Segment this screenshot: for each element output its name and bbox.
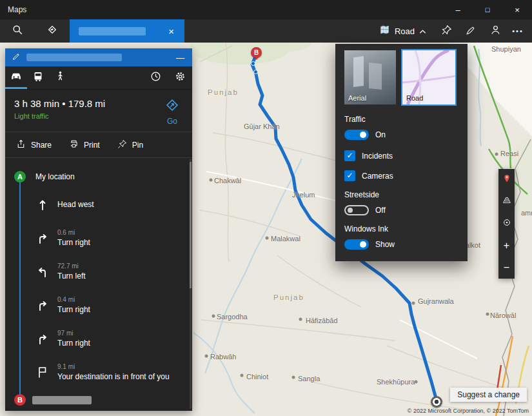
window-title: Maps (0, 5, 443, 14)
close-button[interactable]: × (502, 0, 532, 19)
print-icon (68, 139, 79, 152)
start-badge: A (14, 171, 26, 183)
ellipsis-icon: ••• (512, 27, 527, 35)
route-duration-distance: 3 h 38 min • 179.8 mi (14, 98, 183, 109)
route-options-button[interactable] (168, 66, 192, 89)
map-style-selector[interactable]: Road (371, 19, 434, 43)
tilt-view-button[interactable] (498, 191, 515, 213)
destination-flag-icon (35, 364, 50, 380)
road-label: Road (406, 94, 423, 102)
tab-driving[interactable] (5, 66, 27, 89)
print-label: Print (84, 141, 100, 150)
windows-ink-button[interactable] (458, 19, 483, 43)
streetside-state: Off (375, 206, 386, 215)
incidents-checkbox-checked[interactable] (344, 150, 355, 161)
tab-walking[interactable] (49, 66, 71, 89)
step-instruction: Turn left (57, 272, 86, 281)
zoom-in-button[interactable]: + (498, 235, 515, 257)
map-label-region: Punjab (273, 293, 304, 301)
tab-transit[interactable] (27, 66, 49, 89)
maps-app-window: Maps – □ × × Road (0, 0, 532, 416)
suggest-change-button[interactable]: Suggest a change (450, 388, 527, 402)
favorites-button[interactable] (434, 19, 458, 43)
map-style-icon (379, 25, 390, 37)
pin-icon (117, 139, 128, 152)
step-distance: 0.4 mi (57, 296, 90, 303)
panel-scrollbar-thumb[interactable] (190, 162, 192, 288)
map-copyright: © 2022 Microsoft Corporation, © 2022 Tom… (408, 408, 529, 414)
active-route-tab[interactable]: × (70, 19, 184, 43)
step-end[interactable]: B (5, 389, 192, 411)
turn-right-icon (35, 297, 50, 313)
step-instruction: Turn right (57, 238, 90, 247)
locate-me-button[interactable] (498, 213, 515, 235)
map-label: Gūjar Khān (244, 123, 280, 130)
step-turn-right-3[interactable]: 97 mi Turn right (5, 322, 192, 355)
step-instruction: Turn right (57, 339, 90, 348)
map-label: amm (521, 209, 532, 217)
map-controls: + − (498, 169, 515, 279)
print-button[interactable]: Print (68, 139, 100, 152)
step-distance: 9.1 mi (57, 363, 170, 370)
go-label: Go (167, 117, 177, 126)
minimize-button[interactable]: – (443, 0, 473, 19)
step-head-west[interactable]: Head west (5, 188, 192, 221)
directions-panel-header[interactable]: — (5, 48, 192, 66)
step-turn-left[interactable]: 72.7 mi Turn left (5, 255, 192, 288)
start-label: My location (35, 172, 75, 181)
map-label: Gujranwala (418, 297, 454, 305)
search-button[interactable] (0, 19, 35, 43)
route-summary: 3 h 38 min • 179.8 mi Light traffic Go (5, 90, 192, 132)
windows-ink-toggle[interactable] (344, 239, 369, 250)
pencil-icon (12, 52, 21, 64)
route-tab-title-redacted (79, 27, 146, 35)
step-start[interactable]: A My location (5, 166, 192, 188)
directions-panel: — (5, 48, 192, 411)
aerial-style-option[interactable]: Aerial (344, 50, 396, 104)
step-turn-right-2[interactable]: 0.4 mi Turn right (5, 288, 192, 322)
zoom-out-button[interactable]: − (498, 257, 515, 279)
turn-right-icon (35, 230, 50, 246)
step-distance: 72.7 mi (57, 262, 86, 270)
road-style-option-selected[interactable]: Road (401, 49, 457, 106)
step-instruction: Your destination is in front of you (57, 372, 170, 381)
step-destination[interactable]: 9.1 mi Your destination is in front of y… (5, 355, 192, 389)
share-button[interactable]: Share (15, 139, 52, 152)
streetside-toggle[interactable] (344, 205, 369, 215)
map-label-region: Punjab (208, 88, 239, 96)
current-location-marker[interactable] (431, 396, 442, 408)
go-button[interactable]: Go (164, 97, 181, 126)
recent-routes-button[interactable] (143, 66, 168, 89)
aerial-building-shape (369, 63, 382, 90)
panel-minimize-button[interactable]: — (176, 54, 184, 62)
route-waypoint-dot (253, 70, 258, 74)
directions-button[interactable] (35, 19, 70, 43)
step-turn-right-1[interactable]: 0.6 mi Turn right (5, 221, 192, 255)
walk-icon (54, 70, 66, 85)
end-badge: B (14, 394, 26, 406)
locate-icon (502, 217, 512, 230)
map-style-label: Road (395, 26, 415, 36)
account-button[interactable] (483, 19, 507, 43)
maximize-button[interactable]: □ (473, 0, 502, 19)
map-label: Hāfizābād (306, 317, 338, 324)
route-waypoint-dot (251, 61, 255, 66)
traffic-section-label: Traffic (344, 115, 458, 124)
drop-pin-button[interactable] (498, 169, 515, 191)
destination-name-redacted (32, 396, 92, 404)
search-icon (11, 23, 24, 39)
traffic-toggle[interactable] (344, 130, 369, 140)
map-label: Chiniot (246, 373, 268, 381)
step-distance: 97 mi (57, 330, 90, 337)
destination-marker-b[interactable]: B (251, 47, 262, 58)
cameras-label: Cameras (362, 172, 393, 181)
person-icon (489, 24, 502, 39)
cameras-checkbox-checked[interactable] (344, 170, 355, 181)
close-tab-icon[interactable]: × (164, 25, 178, 37)
map-label: Shupiyan (491, 45, 521, 53)
more-options-button[interactable]: ••• (507, 19, 532, 43)
pin-button[interactable]: Pin (117, 139, 143, 152)
gear-icon (174, 70, 186, 85)
titlebar[interactable]: Maps – □ × (0, 0, 532, 19)
step-instruction: Head west (57, 200, 94, 209)
